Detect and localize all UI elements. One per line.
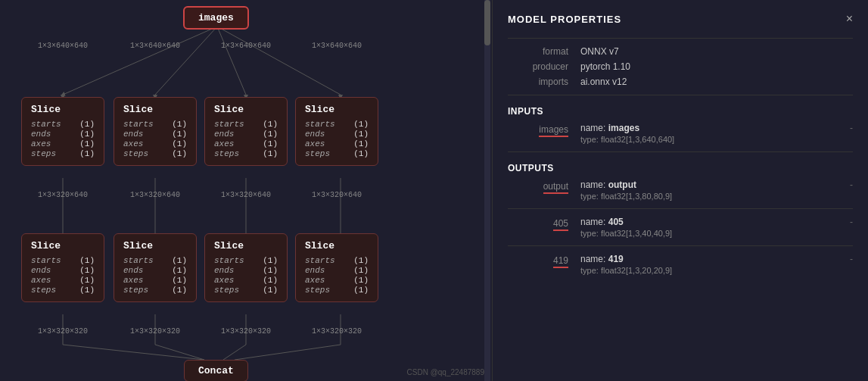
input-images-name: name: images [580,123,844,133]
slice-node-m4[interactable]: Slice starts(1) ends(1) axes(1) steps(1) [295,233,378,302]
output-name: name: output [580,180,844,190]
edge-label-t3: 1×3×640×640 [204,42,288,50]
input-images-key: images [508,123,568,135]
edge-label-m3: 1×3×320×640 [204,191,288,199]
inputs-header: INPUTS [508,106,853,117]
input-images-row: images name: images type: float32[1,3,64… [508,123,853,144]
svg-line-1 [155,27,217,95]
slice-node-t3[interactable]: Slice starts(1) ends(1) axes(1) steps(1) [204,97,288,166]
output-419-key: 419 [508,254,568,266]
output-405-details: name: 405 type: float32[1,3,40,40,9] [580,217,844,238]
edge-label-m1: 1×3×320×640 [21,191,104,199]
output-405-name: name: 405 [580,217,844,227]
imports-value: ai.onnx v12 [580,77,627,87]
edge-label-b4: 1×3×320×320 [295,327,378,336]
props-title: MODEL PROPERTIES [508,14,621,25]
slice-title-m4: Slice [305,240,369,251]
close-button[interactable]: × [846,12,853,26]
svg-line-14 [223,345,246,360]
slice-title-t4: Slice [305,104,369,115]
divider-1 [508,38,853,39]
edge-label-m2: 1×3×320×640 [114,191,197,199]
output-405-key: 405 [508,217,568,229]
svg-line-12 [63,345,204,360]
divider-5 [508,245,853,246]
slice-node-t2[interactable]: Slice starts(1) ends(1) axes(1) steps(1) [114,97,197,166]
output-details: name: output type: float32[1,3,80,80,9] [580,180,844,201]
output-419-name: name: 419 [580,254,844,264]
imports-key: imports [508,77,568,87]
output-405-type: type: float32[1,3,40,40,9] [580,229,844,238]
concat-node[interactable]: Concat [184,360,248,381]
slice-title-t3: Slice [214,104,278,115]
scrollbar[interactable] [484,0,490,381]
props-header: MODEL PROPERTIES × [508,12,853,26]
input-images-type: type: float32[1,3,640,640] [580,135,844,144]
watermark: CSDN @qq_22487889 [407,368,484,376]
input-node-label: images [198,12,234,23]
svg-line-2 [217,27,246,95]
producer-key: producer [508,61,568,72]
output-key: output [508,180,568,192]
format-row: format ONNX v7 [508,46,853,57]
svg-line-0 [63,27,217,95]
slice-node-t1[interactable]: Slice starts(1) ends(1) axes(1) steps(1) [21,97,104,166]
slice-node-m2[interactable]: Slice starts(1) ends(1) axes(1) steps(1) [114,233,197,302]
output-419-type: type: float32[1,3,20,20,9] [580,266,844,275]
divider-2 [508,95,853,95]
slice-title-m1: Slice [31,240,95,251]
slice-title-t1: Slice [31,104,95,115]
divider-3 [508,151,853,152]
graph-panel: images 1×3×640×640 1×3×640×640 1×3×640×6… [0,0,492,381]
slice-node-m3[interactable]: Slice starts(1) ends(1) axes(1) steps(1) [204,233,288,302]
slice-node-m1[interactable]: Slice starts(1) ends(1) axes(1) steps(1) [21,233,104,302]
input-node[interactable]: images [183,6,249,30]
scrollbar-thumb[interactable] [484,0,490,45]
slice-node-t4[interactable]: Slice starts(1) ends(1) axes(1) steps(1) [295,97,378,166]
edge-label-t4: 1×3×640×640 [295,42,378,50]
output-419-row: 419 name: 419 type: float32[1,3,20,20,9]… [508,254,853,275]
format-key: format [508,46,568,57]
svg-line-15 [235,345,341,360]
imports-row: imports ai.onnx v12 [508,77,853,87]
output-405-row: 405 name: 405 type: float32[1,3,40,40,9]… [508,217,853,238]
edge-label-b1: 1×3×320×320 [21,327,104,336]
slice-title-m2: Slice [123,240,187,251]
output-row: output name: output type: float32[1,3,80… [508,180,853,201]
format-value: ONNX v7 [580,46,619,57]
slice-title-m3: Slice [214,240,278,251]
producer-value: pytorch 1.10 [580,61,630,72]
edge-label-t1: 1×3×640×640 [21,42,104,50]
svg-line-13 [155,345,204,360]
divider-4 [508,208,853,209]
properties-panel: MODEL PROPERTIES × format ONNX v7 produc… [492,0,868,381]
svg-line-3 [217,27,341,95]
input-images-details: name: images type: float32[1,3,640,640] [580,123,844,144]
edge-label-b3: 1×3×320×320 [204,327,288,336]
slice-title-t2: Slice [123,104,187,115]
concat-label: Concat [198,365,234,376]
output-419-details: name: 419 type: float32[1,3,20,20,9] [580,254,844,275]
outputs-header: OUTPUTS [508,163,853,173]
edge-label-m4: 1×3×320×640 [295,191,378,199]
producer-row: producer pytorch 1.10 [508,61,853,72]
edge-label-t2: 1×3×640×640 [114,42,197,50]
output-type: type: float32[1,3,80,80,9] [580,192,844,201]
edge-label-b2: 1×3×320×320 [114,327,197,336]
